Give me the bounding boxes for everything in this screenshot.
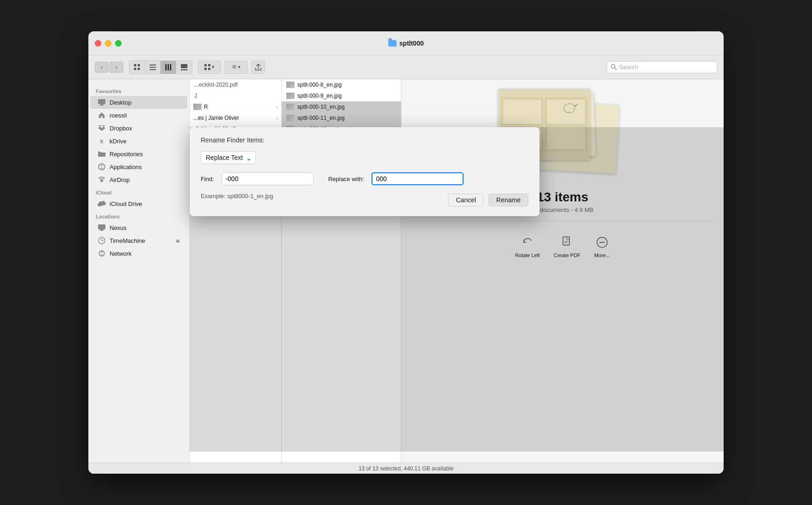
group-by-dropdown[interactable]: ▾ (198, 61, 221, 74)
svg-point-18 (611, 65, 615, 68)
kdrive-icon: k (98, 137, 106, 145)
svg-rect-5 (150, 67, 156, 68)
window-controls (95, 40, 122, 47)
action-dropdown-button[interactable]: ⚙ ▾ (225, 61, 248, 74)
close-button[interactable] (95, 40, 101, 47)
svg-rect-7 (165, 64, 167, 70)
status-bar: 13 of 13 selected, 440.11 GB available (88, 463, 724, 474)
sidebar-item-timemachine[interactable]: TimeMachine ⏏ (90, 234, 187, 247)
network-icon (98, 249, 106, 258)
sidebar-item-network[interactable]: Network (90, 247, 187, 260)
sidebar-item-label: kDrive (110, 138, 127, 145)
airdrop-icon (98, 176, 106, 184)
sidebar-item-repositories[interactable]: Repositories (90, 147, 187, 160)
sidebar-item-label: TimeMachine (110, 237, 145, 244)
minimize-button[interactable] (105, 40, 111, 47)
gallery-view-button[interactable] (176, 61, 192, 74)
search-bar[interactable]: Search (607, 61, 717, 73)
replace-input[interactable] (371, 172, 464, 185)
forward-button[interactable]: › (110, 62, 123, 73)
svg-rect-4 (150, 65, 156, 65)
sidebar-item-applications[interactable]: Applications (90, 160, 187, 173)
select-arrow-icon: ⌄ (246, 153, 252, 162)
rename-button[interactable]: Rename (488, 194, 528, 206)
list-view-button[interactable] (145, 61, 161, 74)
image-file-icon (286, 115, 295, 121)
list-item[interactable]: sptlt-000-9_en.jpg (282, 90, 401, 101)
status-text: 13 of 13 selected, 440.11 GB available (359, 465, 453, 472)
sidebar-item-nexus[interactable]: Nexus (90, 221, 187, 234)
find-label: Find: (201, 176, 214, 182)
svg-rect-6 (150, 69, 156, 70)
svg-rect-13 (186, 69, 187, 70)
dialog-example: Example: sptlt000-1_en.jpg (201, 193, 273, 200)
window-title: sptlt000 (400, 40, 424, 47)
svg-rect-28 (99, 230, 104, 231)
sidebar-item-label: iCloud Drive (110, 200, 142, 207)
sidebar-item-label: Nexus (110, 224, 127, 231)
home-icon (98, 111, 106, 119)
nexus-icon (98, 223, 106, 232)
dialog-title: Rename Finder Items: (201, 136, 528, 144)
nav-buttons: ‹ › (95, 62, 123, 73)
sidebar: Favourites Desktop roessli Dropbox (88, 79, 190, 463)
svg-rect-3 (138, 68, 140, 70)
svg-rect-20 (98, 99, 105, 104)
column-view-button[interactable] (161, 61, 176, 74)
find-input[interactable] (221, 172, 313, 185)
dialog-fields-row: Find: Replace with: (201, 172, 528, 185)
replace-with-label: Replace with: (328, 176, 364, 182)
list-item[interactable]: J (190, 90, 281, 101)
file-name: sptlt-000-11_en.jpg (297, 115, 396, 121)
sidebar-item-airdrop[interactable]: AirDrop (90, 173, 187, 186)
sidebar-item-kdrive[interactable]: k kDrive (90, 135, 187, 147)
sidebar-item-desktop[interactable]: Desktop (90, 96, 187, 109)
share-button[interactable] (251, 61, 265, 74)
sidebar-item-icloud-drive[interactable]: iCloud Drive (90, 197, 187, 210)
icloud-icon (98, 200, 106, 208)
window-title-area: sptlt000 (389, 40, 424, 47)
list-item[interactable]: sptlt-000-11_en.jpg (282, 112, 401, 123)
image-file-icon (286, 82, 295, 88)
eject-icon[interactable]: ⏏ (175, 238, 180, 244)
svg-rect-21 (100, 104, 103, 105)
image-file-icon (286, 104, 295, 110)
maximize-button[interactable] (115, 40, 122, 47)
list-item[interactable]: sptlt-000-8_en.jpg (282, 79, 401, 90)
list-item[interactable]: R › (190, 101, 281, 112)
back-button[interactable]: ‹ (95, 62, 109, 73)
svg-rect-43 (503, 99, 542, 124)
svg-rect-27 (100, 229, 103, 230)
list-item[interactable]: ...es | Jamie Oliver › (190, 112, 281, 123)
sidebar-item-label: Dropbox (110, 125, 132, 132)
folder-icon (98, 150, 106, 158)
icon-view-button[interactable] (129, 61, 145, 74)
svg-rect-0 (134, 64, 136, 66)
svg-rect-9 (170, 64, 171, 70)
list-item[interactable]: sptlt-000-10_en.jpg (282, 101, 401, 112)
titlebar: sptlt000 (88, 31, 724, 55)
cancel-button[interactable]: Cancel (448, 194, 484, 206)
sidebar-item-roessli[interactable]: roessli (90, 109, 187, 122)
chevron-right-icon: › (276, 105, 278, 110)
dialog-buttons: Cancel Rename (448, 194, 528, 206)
main-content: Favourites Desktop roessli Dropbox (88, 79, 724, 463)
list-item[interactable]: ...ecklist-2020.pdf (190, 79, 281, 90)
sidebar-item-label: Repositories (110, 151, 143, 158)
svg-rect-16 (204, 68, 207, 70)
sidebar-item-label: Network (110, 250, 132, 257)
favourites-label: Favourites (88, 85, 189, 96)
timemachine-icon (98, 236, 106, 245)
rename-type-select[interactable]: Replace Text ⌄ (201, 151, 256, 164)
sidebar-item-label: roessli (110, 112, 127, 119)
list-item-name: ...es | Jamie Oliver (193, 115, 276, 121)
sidebar-item-label: AirDrop (110, 176, 130, 183)
svg-rect-2 (134, 68, 136, 70)
search-placeholder: Search (619, 64, 638, 70)
svg-rect-10 (181, 64, 187, 68)
gear-dropdown-arrow: ▾ (238, 64, 241, 70)
toolbar: ‹ › ▾ ⚙ ▾ (88, 55, 724, 79)
sidebar-item-dropbox[interactable]: Dropbox (90, 122, 187, 135)
svg-rect-26 (98, 224, 105, 229)
file-icon (193, 104, 202, 110)
